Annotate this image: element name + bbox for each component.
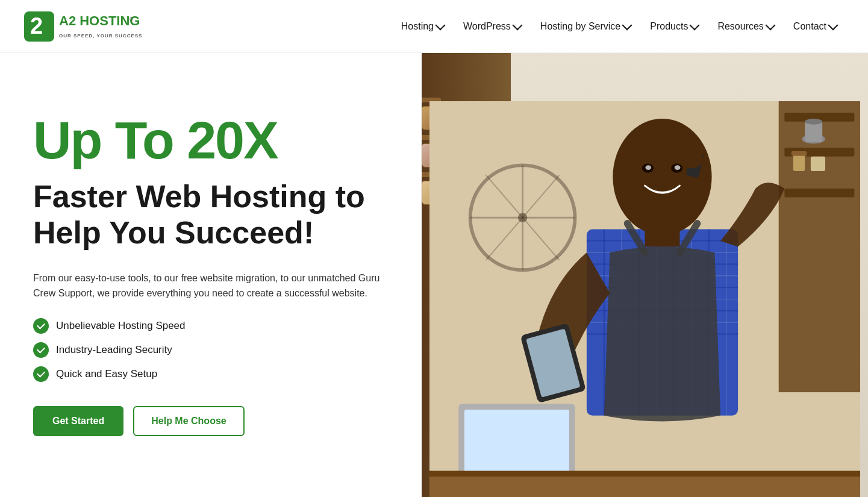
feature-item-security: Industry-Leading Security xyxy=(33,342,398,358)
svg-text:®: ® xyxy=(130,16,133,22)
feature-list: Unbelievable Hosting Speed Industry-Lead… xyxy=(33,318,398,382)
svg-rect-12 xyxy=(784,189,854,197)
svg-point-52 xyxy=(679,151,703,168)
get-started-button[interactable]: Get Started xyxy=(33,406,123,436)
chevron-down-icon xyxy=(828,20,838,31)
hero-description: From our easy-to-use tools, to our free … xyxy=(33,270,398,301)
nav-item-hosting-by-service[interactable]: Hosting by Service xyxy=(533,16,638,37)
svg-text:A2 HOSTING: A2 HOSTING xyxy=(59,13,140,28)
chevron-down-icon xyxy=(436,20,446,31)
feature-item-setup: Quick and Easy Setup xyxy=(33,366,398,382)
svg-text:OUR SPEED, YOUR SUCCESS: OUR SPEED, YOUR SUCCESS xyxy=(59,33,142,39)
svg-rect-17 xyxy=(792,151,807,156)
logo-image: 2 A2 HOSTING OUR SPEED, YOUR SUCCESS ® xyxy=(24,8,145,45)
nav-label-resources: Resources xyxy=(717,21,763,32)
nav-links: Hosting WordPress Hosting by Service Pro… xyxy=(394,16,844,37)
svg-point-49 xyxy=(645,165,651,170)
svg-point-50 xyxy=(675,165,681,170)
feature-label-speed: Unbelievable Hosting Speed xyxy=(56,320,186,332)
svg-rect-18 xyxy=(811,157,825,171)
svg-rect-57 xyxy=(429,471,860,477)
svg-text:2: 2 xyxy=(30,13,43,39)
check-icon-speed xyxy=(33,318,49,334)
svg-point-15 xyxy=(805,119,822,125)
check-icon-security xyxy=(33,342,49,358)
nav-label-products: Products xyxy=(650,21,688,32)
svg-rect-56 xyxy=(429,474,860,497)
nav-label-wordpress: WordPress xyxy=(463,21,511,32)
chevron-down-icon xyxy=(690,20,700,31)
svg-rect-16 xyxy=(793,154,805,171)
cta-buttons: Get Started Help Me Choose xyxy=(33,406,398,436)
nav-item-contact[interactable]: Contact xyxy=(786,16,844,37)
nav-item-products[interactable]: Products xyxy=(643,16,705,37)
svg-rect-54 xyxy=(464,410,569,474)
person-svg xyxy=(422,101,868,497)
hero-headline-sub: Faster Web Hosting to Help You Succeed! xyxy=(33,179,398,251)
nav-item-hosting[interactable]: Hosting xyxy=(394,16,451,37)
feature-label-setup: Quick and Easy Setup xyxy=(56,368,157,380)
check-icon-setup xyxy=(33,366,49,382)
logo[interactable]: 2 A2 HOSTING OUR SPEED, YOUR SUCCESS ® xyxy=(24,8,145,45)
svg-rect-14 xyxy=(805,122,822,142)
chevron-down-icon xyxy=(622,20,632,31)
navbar: 2 A2 HOSTING OUR SPEED, YOUR SUCCESS ® H… xyxy=(0,0,868,53)
nav-label-hosting-by-service: Hosting by Service xyxy=(540,21,620,32)
hero-headline-main: Up To 20X xyxy=(33,114,398,167)
chevron-down-icon xyxy=(765,20,775,31)
feature-item-speed: Unbelievable Hosting Speed xyxy=(33,318,398,334)
hero-content: Up To 20X Faster Web Hosting to Help You… xyxy=(0,53,422,497)
hero-section: Up To 20X Faster Web Hosting to Help You… xyxy=(0,53,868,497)
chevron-down-icon xyxy=(512,20,522,31)
nav-item-resources[interactable]: Resources xyxy=(710,16,781,37)
svg-rect-46 xyxy=(645,217,680,246)
nav-label-hosting: Hosting xyxy=(401,21,434,32)
nav-item-wordpress[interactable]: WordPress xyxy=(456,16,528,37)
svg-rect-9 xyxy=(779,101,860,392)
nav-label-contact: Contact xyxy=(793,21,826,32)
hero-image: PEAR HONEY PEACH $5 $5 xyxy=(422,53,868,497)
help-me-choose-button[interactable]: Help Me Choose xyxy=(133,406,244,436)
feature-label-security: Industry-Leading Security xyxy=(56,344,172,356)
